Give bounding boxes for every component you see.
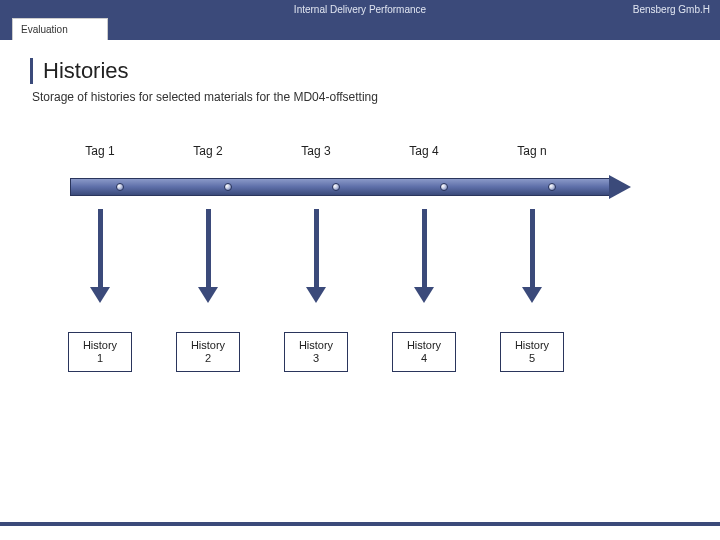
history-box: History1 bbox=[68, 332, 132, 372]
timeline-bar bbox=[70, 178, 610, 196]
history-box: History2 bbox=[176, 332, 240, 372]
history-box: History5 bbox=[500, 332, 564, 372]
history-box: History3 bbox=[284, 332, 348, 372]
tag-label: Tag 2 bbox=[178, 144, 238, 158]
page-title: Histories bbox=[30, 58, 690, 84]
timeline-dot-icon bbox=[548, 183, 556, 191]
history-box: History4 bbox=[392, 332, 456, 372]
timeline-dot-icon bbox=[440, 183, 448, 191]
topbar-title: Internal Delivery Performance bbox=[294, 4, 426, 15]
tag-label: Tag 1 bbox=[70, 144, 130, 158]
timeline-dot-icon bbox=[224, 183, 232, 191]
tag-label: Tag 4 bbox=[394, 144, 454, 158]
topbar-brand: Bensberg Gmb.H bbox=[633, 4, 710, 15]
page-subtitle: Storage of histories for selected materi… bbox=[32, 90, 690, 104]
timeline-dot-icon bbox=[116, 183, 124, 191]
tabstrip: Evaluation bbox=[0, 18, 720, 40]
content-area: Histories Storage of histories for selec… bbox=[0, 40, 720, 404]
timeline-dot-icon bbox=[332, 183, 340, 191]
timeline-diagram: Tag 1History1Tag 2History2Tag 3History3T… bbox=[50, 144, 650, 404]
tag-label: Tag n bbox=[502, 144, 562, 158]
timeline-arrowhead-icon bbox=[609, 175, 631, 199]
tab-evaluation[interactable]: Evaluation bbox=[12, 18, 108, 40]
footer-divider bbox=[0, 522, 720, 526]
timeline-bar-container bbox=[70, 178, 630, 196]
topbar: Internal Delivery Performance Bensberg G… bbox=[0, 0, 720, 18]
tag-label: Tag 3 bbox=[286, 144, 346, 158]
